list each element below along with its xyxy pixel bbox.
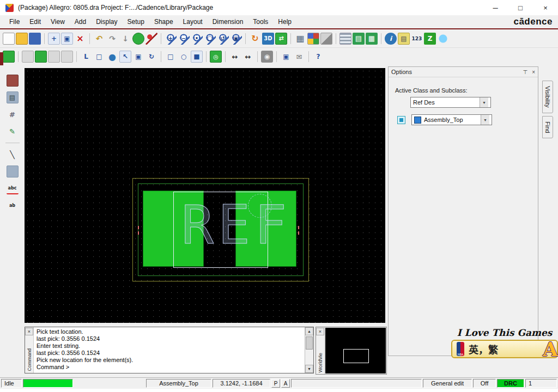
menu-dimension[interactable]: Dimension (208, 15, 248, 28)
sketch-icon[interactable]: ✎ (7, 125, 19, 137)
console-scrollbar[interactable]: ▲ ▼ (305, 327, 313, 373)
etch-tool-icon[interactable] (7, 75, 19, 87)
menu-view[interactable]: View (46, 15, 70, 28)
add-text-icon[interactable]: abc (7, 182, 19, 194)
ime-language-text[interactable]: 英，繁 (469, 342, 498, 356)
pin-icon[interactable]: ⊤ (523, 69, 527, 75)
menu-file[interactable]: File (4, 15, 25, 28)
grid-icon[interactable]: ▦ (294, 33, 306, 45)
tab-visibility[interactable]: Visibility (542, 81, 553, 113)
menu-add[interactable]: Add (70, 15, 91, 28)
shadow-mode-icon[interactable] (320, 33, 332, 45)
pushpin-icon[interactable] (145, 33, 157, 45)
globe-icon[interactable] (437, 33, 449, 45)
menu-display[interactable]: Display (91, 15, 122, 28)
menu-shape[interactable]: Shape (149, 15, 178, 28)
shape-add-icon[interactable] (3, 51, 15, 63)
fix-icon[interactable] (132, 33, 144, 45)
snapshot-icon[interactable]: ◉ (261, 51, 273, 63)
zoom-previous-icon[interactable]: ↺ (217, 33, 229, 45)
scroll-up-icon[interactable]: ▲ (305, 327, 313, 335)
angle-button[interactable]: A (281, 379, 290, 388)
minimize-button[interactable]: ─ (483, 0, 508, 15)
copy-objects-icon[interactable]: ▣ (280, 51, 292, 63)
padstack-icon[interactable]: ◎ (210, 51, 222, 63)
worldview-close-icon[interactable]: × (316, 328, 324, 335)
auto-number-icon[interactable]: 123 (411, 33, 423, 45)
console-close-icon[interactable]: × (25, 328, 33, 335)
delete-icon[interactable]: × (74, 33, 86, 45)
drc-indicator[interactable]: DRC (497, 379, 524, 388)
property-edit-icon[interactable]: ▤ (353, 33, 365, 45)
ime-toolbar[interactable]: NBA 英，繁 A (451, 340, 558, 358)
redraw-icon[interactable]: ↻ (249, 33, 261, 45)
scroll-thumb[interactable] (306, 336, 313, 350)
zoom-points-icon[interactable]: • (191, 33, 203, 45)
menu-help[interactable]: Help (273, 15, 296, 28)
select-cursor-icon[interactable]: ↖ (119, 51, 131, 63)
class-select[interactable]: Ref Des ▼ (410, 97, 491, 108)
scroll-down-icon[interactable]: ▼ (305, 365, 313, 373)
rect-outline-icon[interactable]: □ (165, 51, 177, 63)
new-file-icon[interactable] (3, 33, 15, 45)
flip-design-icon[interactable]: ⇄ (275, 33, 287, 45)
design-canvas[interactable]: REF (25, 68, 385, 323)
layer-tool-icon[interactable]: ▤ (7, 91, 19, 103)
export-mail-icon[interactable]: ✉ (293, 51, 305, 63)
zoom-world-icon[interactable]: ▣ (230, 33, 242, 45)
world-view-map[interactable] (325, 328, 386, 373)
grid-points-icon[interactable]: # (7, 108, 19, 120)
add-line-icon[interactable]: L (80, 51, 92, 63)
shape-merge-icon[interactable] (48, 51, 60, 63)
menu-edit[interactable]: Edit (25, 15, 46, 28)
menu-setup[interactable]: Setup (123, 15, 149, 28)
help-icon[interactable]: ? (312, 51, 324, 63)
info-icon[interactable]: i (385, 33, 397, 45)
line-tool-icon[interactable]: ╲ (7, 149, 19, 161)
redo-icon[interactable]: ↷ (106, 33, 118, 45)
move-icon[interactable]: + (48, 33, 60, 45)
rotate-icon[interactable]: ↻ (145, 51, 157, 63)
subclass-select[interactable]: Assembly_Top ▼ (411, 114, 492, 125)
shape-tool-icon[interactable] (7, 166, 19, 177)
shape-select-icon[interactable] (22, 51, 34, 63)
save-icon[interactable] (29, 33, 41, 45)
tab-find[interactable]: Find (542, 116, 553, 138)
cross-section-icon[interactable] (339, 33, 351, 45)
shape-delete-icon[interactable] (61, 51, 73, 63)
paste-icon[interactable]: ↓ (119, 33, 131, 45)
measure-icon[interactable]: ↔ (242, 51, 254, 63)
open-file-icon[interactable] (16, 33, 28, 45)
zoom-out-icon[interactable]: − (178, 33, 190, 45)
close-button[interactable]: × (533, 0, 558, 15)
options-close-icon[interactable]: × (532, 69, 535, 75)
dimension-icon[interactable]: ↔ (229, 51, 241, 63)
text-style-icon[interactable]: ab (7, 199, 19, 211)
maximize-button[interactable]: □ (508, 0, 533, 15)
waive-drc-icon[interactable]: Z (424, 33, 436, 45)
shape-edit-icon[interactable] (35, 51, 47, 63)
menu-layout[interactable]: Layout (178, 15, 208, 28)
console-prompt[interactable]: Command > (37, 364, 302, 371)
undo-icon[interactable]: ↶ (93, 33, 105, 45)
copy-icon[interactable]: ▣ (61, 33, 73, 45)
chevron-down-icon[interactable]: ▼ (481, 115, 489, 125)
console-log[interactable]: Pick text location. last pick: 0.3556 0.… (34, 327, 305, 373)
world-view-extent[interactable] (343, 349, 369, 363)
zoom-fit-icon[interactable]: □ (204, 33, 216, 45)
add-rect-icon[interactable]: □ (93, 51, 105, 63)
menu-tools[interactable]: Tools (248, 15, 273, 28)
subclass-enable-checkbox[interactable] (397, 116, 405, 124)
reports-icon[interactable]: ▤ (398, 33, 410, 45)
refdes-ghost-text[interactable]: REF (181, 196, 291, 255)
text-frame-icon[interactable]: ▣ (132, 51, 144, 63)
3d-view-icon[interactable]: 3D (262, 33, 274, 45)
spreadsheet-icon[interactable]: ▦ (366, 33, 378, 45)
chevron-down-icon[interactable]: ▼ (480, 97, 488, 107)
zoom-in-icon[interactable]: + (165, 33, 177, 45)
circle-outline-icon[interactable]: ○ (178, 51, 190, 63)
color-dialog-icon[interactable] (307, 33, 319, 45)
add-circle-icon[interactable]: ● (106, 51, 118, 63)
region-select-icon[interactable]: ■ (191, 51, 203, 63)
pick-button[interactable]: P (271, 379, 280, 388)
